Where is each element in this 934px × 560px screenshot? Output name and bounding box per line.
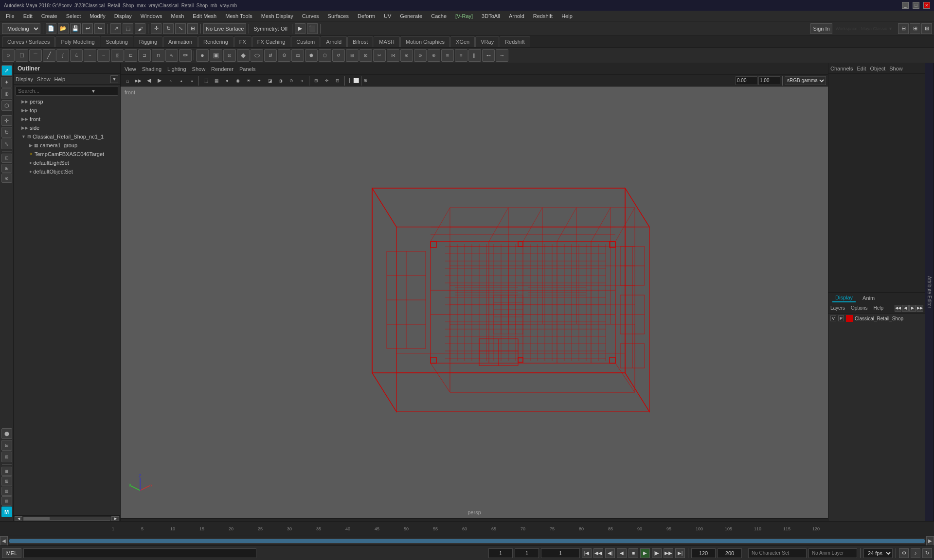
outliner-item-tempcam[interactable]: ✦ TempCamFBXASC046Target: [14, 150, 120, 158]
hardware-tex-icon[interactable]: ◉: [233, 76, 243, 85]
cb-show-tab[interactable]: Show: [889, 66, 903, 71]
channel-box-toggle[interactable]: ⬤: [1, 428, 12, 439]
menu-curves[interactable]: Curves: [298, 12, 323, 20]
outliner-item-front[interactable]: ▶▶ front: [14, 115, 120, 123]
vp-field2[interactable]: [758, 76, 780, 85]
square-tool[interactable]: □: [16, 49, 28, 62]
new-scene-button[interactable]: 📄: [46, 23, 56, 34]
menu-mesh[interactable]: Mesh: [167, 12, 188, 20]
lasso-select-button[interactable]: ⬚: [123, 23, 133, 34]
next-frame-icon[interactable]: ▶: [155, 76, 164, 85]
cube-tool[interactable]: ▣: [210, 49, 222, 62]
character-set-dropdown[interactable]: No Character Set: [748, 548, 807, 558]
sculpt-select-tool[interactable]: ⊕: [1, 88, 12, 99]
layer-nav-prev[interactable]: ◀: [902, 305, 909, 312]
tab-rigging[interactable]: Rigging: [134, 36, 162, 47]
scale-tool[interactable]: ⤡: [1, 139, 12, 149]
attribute-editor-tab[interactable]: Attribute Editor: [925, 63, 934, 521]
prev-key-btn[interactable]: ◀|: [605, 548, 615, 558]
undo-button[interactable]: ↩: [82, 23, 93, 34]
viewport-3d[interactable]: front: [121, 87, 828, 518]
intersect-tool[interactable]: ⊕: [428, 49, 440, 62]
paint-select-button[interactable]: 🖌: [135, 23, 145, 34]
manip-icon[interactable]: ✛: [322, 76, 332, 85]
curve-tool3[interactable]: ∫: [56, 49, 69, 62]
help-menu[interactable]: Help: [873, 305, 883, 311]
surface-tool1[interactable]: ⬟: [305, 49, 318, 62]
all-lights-icon[interactable]: ✦: [254, 76, 264, 85]
ipr-button[interactable]: ⬛: [307, 23, 318, 34]
universal-manip-button[interactable]: ⊞: [187, 23, 198, 34]
circle-tool[interactable]: ○: [2, 49, 15, 62]
menu-uv[interactable]: UV: [380, 12, 395, 20]
vp-menu-lighting[interactable]: Lighting: [165, 66, 188, 72]
revolve-tool[interactable]: ↺: [332, 49, 345, 62]
goto-start-btn[interactable]: |◀: [582, 548, 592, 558]
no-live-surface-label[interactable]: No Live Surface: [203, 23, 246, 34]
tab-mash[interactable]: MASH: [374, 36, 400, 47]
layer-nav-last[interactable]: ▶▶: [916, 305, 923, 312]
curve-tool8[interactable]: ⊏: [125, 49, 137, 62]
outliner-display-menu[interactable]: Display: [16, 76, 33, 82]
grid-icon[interactable]: ⊞: [311, 76, 321, 85]
paint-select-tool[interactable]: ✦: [1, 77, 12, 88]
layer-vis-v[interactable]: V: [830, 315, 836, 321]
inbetween-icon[interactable]: ⬧: [187, 76, 197, 85]
step-fwd-btn[interactable]: ▶▶: [664, 548, 673, 558]
component-select[interactable]: ⬡: [1, 100, 12, 111]
max-frame-input[interactable]: [718, 548, 742, 558]
sound-btn[interactable]: ♪: [911, 548, 920, 558]
tab-fx-caching[interactable]: FX Caching: [252, 36, 290, 47]
menu-surfaces[interactable]: Surfaces: [324, 12, 353, 20]
open-file-button[interactable]: 📂: [58, 23, 69, 34]
range-next-btn[interactable]: ▶: [926, 536, 934, 546]
tool-settings-toggle[interactable]: ⊠: [1, 452, 12, 462]
motion-trail-icon[interactable]: ≈: [297, 76, 307, 85]
layout-btn2[interactable]: ⊞: [910, 23, 920, 34]
diamond-tool[interactable]: ◆: [237, 49, 250, 62]
graph-edit-tool[interactable]: ▧: [1, 476, 12, 486]
layer-nav-next[interactable]: ▶: [909, 305, 916, 312]
tab-animation[interactable]: Animation: [163, 36, 198, 47]
vp-field1[interactable]: [736, 76, 757, 85]
snap-tool[interactable]: ⊡: [1, 154, 12, 163]
swirl-tool[interactable]: ꝏ: [291, 49, 304, 62]
outliner-help-menu[interactable]: Help: [54, 76, 66, 82]
layer-color-swatch[interactable]: [846, 315, 853, 322]
smooth-icon[interactable]: ●: [222, 76, 232, 85]
hud-icon[interactable]: ⊟: [333, 76, 342, 85]
layers-menu[interactable]: Layers: [830, 305, 845, 311]
vp-menu-panels[interactable]: Panels: [237, 66, 258, 72]
outliner-show-menu[interactable]: Show: [37, 76, 51, 82]
anim-layer-dropdown[interactable]: No Anim Layer: [808, 548, 857, 558]
flow-tool[interactable]: ≡: [455, 49, 467, 62]
loop-btn[interactable]: ↻: [922, 548, 932, 558]
layout-btn3[interactable]: ⊠: [921, 23, 932, 34]
anim-tab[interactable]: Anim: [860, 294, 878, 302]
outliner-item-camera-group[interactable]: ▶ ▦ camera1_group: [14, 141, 120, 150]
outliner-item-top[interactable]: ▶▶ top: [14, 106, 120, 115]
layer-vis-p[interactable]: P: [838, 315, 844, 321]
extrude-tool[interactable]: ⬠: [319, 49, 331, 62]
mel-label[interactable]: MEL: [2, 548, 21, 558]
tab-sculpting[interactable]: Sculpting: [101, 36, 133, 47]
tab-poly-modeling[interactable]: Poly Modeling: [55, 36, 100, 47]
breakdown-icon[interactable]: ⬥: [176, 76, 186, 85]
sphere-tool[interactable]: ●: [196, 49, 209, 62]
step-back-btn[interactable]: ◀◀: [593, 548, 603, 558]
outliner-item-default-lightset[interactable]: ● defaultLightSet: [14, 158, 120, 167]
outliner-item-retail-shop[interactable]: ▼ ⊞ Classical_Retail_Shop_nc1_1: [14, 132, 120, 141]
tab-fx[interactable]: FX: [234, 36, 251, 47]
save-file-button[interactable]: 💾: [70, 23, 81, 34]
curve-tool10[interactable]: ⊓: [152, 49, 164, 62]
frame-display-field[interactable]: [541, 548, 580, 558]
tab-rendering[interactable]: Rendering: [198, 36, 234, 47]
pen-tool[interactable]: ✏: [179, 49, 192, 62]
menu-windows[interactable]: Windows: [137, 12, 166, 20]
outliner-options-btn[interactable]: ▼: [110, 75, 118, 83]
wireframe-icon[interactable]: ⬚: [201, 76, 211, 85]
curve-tool9[interactable]: ⊐: [138, 49, 151, 62]
options-menu[interactable]: Options: [851, 305, 867, 311]
menu-arnold[interactable]: Arnold: [505, 12, 528, 20]
birail-tool[interactable]: ⊠: [359, 49, 372, 62]
